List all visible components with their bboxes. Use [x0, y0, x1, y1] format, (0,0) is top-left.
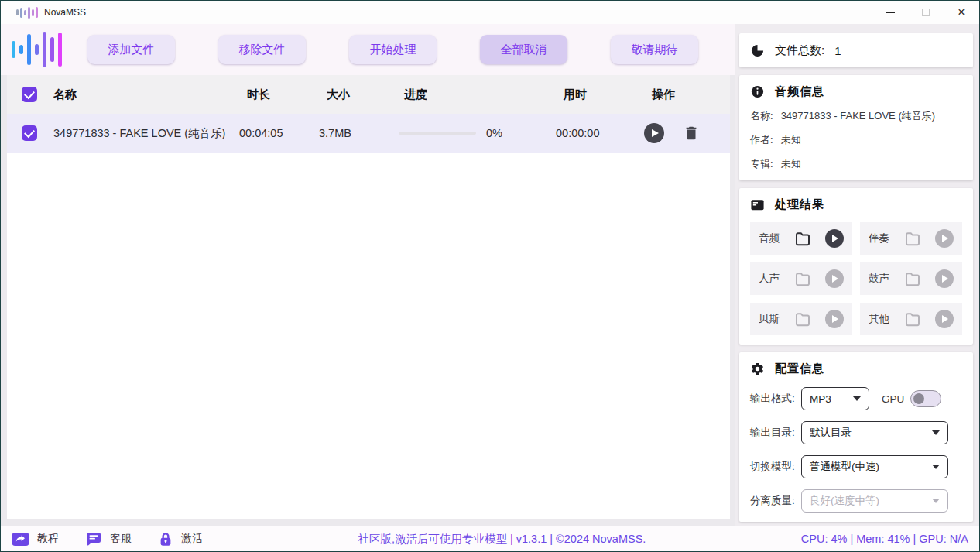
output-format-select[interactable]: MP3: [801, 387, 869, 410]
minimize-icon: [886, 12, 895, 13]
system-stats: CPU: 4% | Mem: 41% | GPU: N/A: [801, 533, 968, 545]
row-size: 3.7MB: [319, 127, 396, 139]
window-title: NovaMSS: [44, 7, 86, 18]
audio-album-field: 专辑: 未知: [750, 157, 962, 171]
add-file-button[interactable]: 添加文件: [87, 35, 175, 64]
output-dir-select[interactable]: 默认目录: [801, 421, 948, 444]
info-icon: [750, 84, 765, 99]
folder-icon[interactable]: [793, 229, 812, 248]
app-logo-icon: [16, 6, 38, 19]
config-title: 配置信息: [775, 362, 824, 376]
column-header-name: 名称: [53, 87, 247, 102]
activate-link[interactable]: 激活: [158, 531, 203, 547]
lock-icon: [158, 531, 173, 547]
results-card: 处理结果 音频 伴奏 人声: [739, 188, 973, 345]
footer: 教程 客服 激活 社区版,激活后可使用专业模型 | v1.3.1 | ©2024…: [1, 526, 979, 551]
window-controls: ×: [872, 1, 979, 24]
chevron-down-icon: [932, 499, 940, 503]
row-name: 349771833 - FAKE LOVE (纯音乐): [53, 126, 239, 141]
row-checkbox[interactable]: [22, 125, 37, 141]
result-item-other: 其他: [860, 303, 962, 335]
audio-artist-field: 作者: 未知: [750, 133, 962, 147]
table-header-row: 名称 时长 大小 进度 用时 操作: [7, 75, 730, 114]
config-card: 配置信息 输出格式: MP3 GPU 输出目录: 默认目录: [739, 352, 973, 522]
sidebar: 文件总数: 1 音频信息 名称: 349771833 - FAKE LOVE (…: [735, 24, 979, 526]
maximize-button[interactable]: [908, 1, 944, 24]
column-header-actions: 操作: [641, 87, 730, 102]
minimize-button[interactable]: [872, 1, 908, 24]
play-result-icon[interactable]: [825, 269, 844, 288]
output-dir-row: 输出目录: 默认目录: [750, 421, 962, 444]
chevron-down-icon: [932, 430, 940, 435]
model-row: 切换模型: 普通模型(中速): [750, 455, 962, 478]
play-result-icon[interactable]: [935, 310, 954, 328]
gpu-label: GPU: [882, 393, 904, 405]
folder-icon[interactable]: [793, 310, 812, 328]
progress-label: 0%: [486, 127, 502, 139]
pie-chart-icon: [750, 43, 765, 58]
quality-select: 良好(速度中等): [801, 489, 948, 513]
audio-name-field: 名称: 349771833 - FAKE LOVE (纯音乐): [750, 109, 962, 123]
result-item-audio: 音频: [750, 222, 852, 255]
play-result-icon[interactable]: [825, 310, 844, 328]
select-all-checkbox[interactable]: [22, 87, 37, 102]
main-area: 名称 时长 大小 进度 用时 操作 349771833 - FAKE LOVE …: [1, 75, 735, 526]
column-header-size: 大小: [327, 87, 404, 102]
chat-icon: [85, 531, 102, 547]
audio-info-card: 音频信息 名称: 349771833 - FAKE LOVE (纯音乐) 作者:…: [739, 75, 973, 180]
result-item-drums: 鼓声: [860, 262, 962, 295]
remove-file-button[interactable]: 移除文件: [218, 35, 306, 64]
titlebar: NovaMSS ×: [1, 1, 979, 24]
file-table: 名称 时长 大小 进度 用时 操作 349771833 - FAKE LOVE …: [7, 75, 730, 519]
delete-button[interactable]: [683, 125, 700, 142]
result-item-accompaniment: 伴奏: [860, 222, 962, 255]
titlebar-left: NovaMSS: [1, 6, 872, 19]
table-row: 349771833 - FAKE LOVE (纯音乐) 00:04:05 3.7…: [7, 114, 730, 153]
play-button[interactable]: [644, 123, 664, 143]
play-result-icon[interactable]: [935, 229, 954, 248]
progress-bar: [399, 132, 476, 135]
play-icon: [652, 129, 659, 137]
share-icon: [12, 532, 29, 547]
toolbar: 添加文件 移除文件 开始处理 全部取消 敬请期待: [1, 24, 735, 75]
column-header-duration: 时长: [247, 87, 327, 102]
results-title: 处理结果: [775, 197, 824, 212]
result-item-bass: 贝斯: [750, 303, 852, 335]
column-header-elapsed: 用时: [564, 87, 641, 102]
gear-icon: [750, 362, 765, 376]
model-select[interactable]: 普通模型(中速): [801, 455, 948, 478]
result-item-vocals: 人声: [750, 262, 852, 295]
waveform-logo-icon: [12, 31, 72, 68]
start-processing-button[interactable]: 开始处理: [349, 35, 437, 64]
results-grid: 音频 伴奏 人声 鼓声: [750, 222, 962, 335]
close-icon: ×: [958, 6, 965, 19]
folder-icon[interactable]: [903, 229, 922, 248]
row-duration: 00:04:05: [239, 127, 319, 139]
novamss-window: NovaMSS × 添加文件 移除文件 开始处理 全部取消 敬请期待: [0, 0, 980, 552]
folder-icon[interactable]: [793, 269, 812, 288]
gpu-toggle[interactable]: [910, 390, 941, 407]
folder-icon[interactable]: [903, 310, 922, 328]
play-result-icon[interactable]: [825, 229, 844, 248]
total-files-value: 1: [834, 44, 841, 57]
support-link[interactable]: 客服: [85, 531, 132, 547]
coming-soon-button[interactable]: 敬请期待: [611, 35, 698, 64]
audio-info-title: 音频信息: [775, 84, 824, 99]
row-elapsed: 00:00:00: [556, 127, 633, 139]
chevron-down-icon: [853, 396, 861, 401]
close-button[interactable]: ×: [944, 1, 979, 24]
status-text: 社区版,激活后可使用专业模型 | v1.3.1 | ©2024 NovaMSS.: [203, 532, 801, 547]
cancel-all-button[interactable]: 全部取消: [480, 35, 567, 64]
play-result-icon[interactable]: [935, 269, 954, 288]
total-files-label: 文件总数:: [775, 43, 824, 58]
column-header-progress: 进度: [404, 87, 564, 102]
folder-icon[interactable]: [903, 269, 922, 288]
output-format-row: 输出格式: MP3 GPU: [750, 387, 962, 410]
tutorial-link[interactable]: 教程: [12, 532, 59, 547]
chevron-down-icon: [932, 465, 940, 469]
results-icon: [750, 197, 765, 212]
total-files-card: 文件总数: 1: [739, 33, 973, 67]
toggle-knob: [913, 393, 924, 404]
quality-row: 分离质量: 良好(速度中等): [750, 489, 962, 513]
maximize-icon: [922, 9, 930, 16]
